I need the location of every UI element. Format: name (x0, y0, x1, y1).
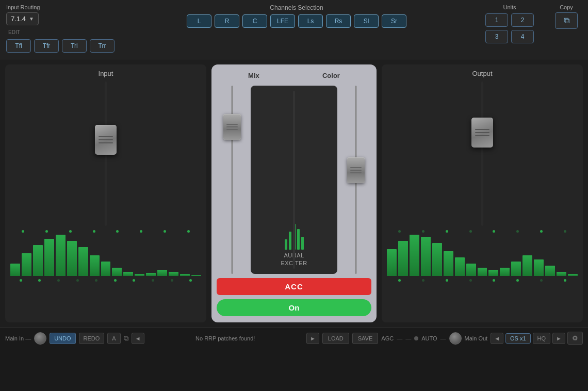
channel-btn-rs[interactable]: Rs (326, 14, 351, 28)
vu-bar (123, 272, 133, 276)
save-button[interactable]: SAVE (352, 333, 379, 344)
dropdown-arrow-icon: ▼ (29, 16, 34, 22)
unit-btn-4[interactable]: 4 (511, 30, 534, 43)
top-bar: Input Routing 7.1.4 ▼ EDIT Tfl Tfr Trl T… (0, 0, 588, 59)
channel-btn-l[interactable]: L (187, 14, 211, 28)
main-out-knob[interactable] (449, 332, 462, 345)
bottom-bar: Main In — UNDO REDO A ⧉ ◄ No RRP patches… (0, 328, 588, 348)
gear-icon: ⚙ (572, 334, 578, 342)
vu-dot (95, 279, 97, 282)
output-fader-knob[interactable] (471, 118, 493, 148)
vu-dot (446, 279, 448, 282)
a-button[interactable]: A (107, 333, 120, 344)
mix-grip-1 (226, 124, 238, 125)
undo-button[interactable]: UNDO (50, 333, 75, 344)
channel-btn-r[interactable]: R (215, 14, 239, 28)
channel-btn-trl[interactable]: Trl (62, 39, 87, 53)
os-button[interactable]: OS x1 (505, 333, 531, 344)
main-area: Input (0, 59, 588, 328)
mix-title: Mix (248, 72, 259, 79)
vu-dot (38, 279, 41, 282)
routing-dropdown[interactable]: 7.1.4 ▼ (6, 12, 39, 25)
routing-value: 7.1.4 (11, 15, 26, 23)
input-panel: Input (5, 64, 206, 322)
os-next-button[interactable]: ► (552, 333, 565, 344)
fader-grip-2 (99, 139, 113, 140)
vu-dot (152, 279, 154, 282)
aural-bar (301, 237, 304, 250)
out-grip-3 (475, 135, 489, 136)
sliders-row: AURAL EXCITER (217, 86, 371, 274)
output-panel-title: Output (472, 70, 492, 77)
channel-btn-tfl[interactable]: Tfl (6, 39, 31, 53)
vu-bar (135, 274, 144, 276)
channel-btn-ls[interactable]: Ls (298, 14, 323, 28)
channels-section: Channels Selection L R C LFE Ls Rs Sl Sr (125, 4, 468, 28)
output-vu-bars (385, 235, 580, 276)
input-fader-knob[interactable] (95, 125, 117, 155)
output-vu-dots-top (385, 230, 580, 233)
vu-bar (169, 272, 178, 276)
channel-btn-tfr[interactable]: Tfr (34, 39, 59, 53)
prev-patch-button[interactable]: ◄ (132, 333, 144, 344)
vu-dot (398, 230, 401, 233)
input-routing-section: Input Routing 7.1.4 ▼ EDIT Tfl Tfr Trl T… (6, 4, 115, 53)
vu-dot (446, 230, 448, 233)
vu-dot (564, 279, 566, 282)
vu-bar (478, 268, 487, 276)
out-grip-2 (475, 132, 489, 133)
vu-dot (469, 230, 472, 233)
hq-button[interactable]: HQ (533, 333, 551, 344)
color-fader-knob[interactable] (347, 157, 365, 183)
channel-btn-sr[interactable]: Sr (382, 14, 406, 28)
vu-bar (90, 255, 100, 276)
vu-dot (45, 230, 48, 233)
color-slider-wrapper (343, 86, 369, 274)
unit-btn-3[interactable]: 3 (485, 30, 508, 43)
gear-button[interactable]: ⚙ (567, 332, 583, 345)
load-button[interactable]: LOAD (322, 333, 349, 344)
vu-dot (133, 279, 135, 282)
main-in-knob[interactable] (34, 332, 46, 345)
mix-color-header: Mix Color (217, 72, 371, 79)
mix-grip-2 (226, 126, 238, 127)
vu-bar (511, 262, 521, 276)
mix-fader-col (217, 86, 248, 274)
on-button[interactable]: On (217, 299, 371, 316)
units-bottom-row: 3 4 (485, 30, 534, 43)
color-title: Color (322, 72, 340, 79)
agc-dash2: — (405, 335, 411, 341)
vu-bar (466, 264, 476, 276)
vu-dot (93, 230, 95, 233)
input-routing-label: Input Routing (6, 4, 40, 10)
vu-bar (101, 262, 111, 276)
vu-bar (421, 237, 431, 276)
vu-dot (540, 230, 543, 233)
vu-dot (516, 230, 519, 233)
vu-dot (20, 279, 22, 282)
copy-button[interactable]: ⧉ (555, 12, 578, 29)
input-vu-bars (8, 235, 203, 276)
fader-grip-1 (99, 136, 113, 137)
output-fader-area (385, 82, 580, 226)
center-display: AURAL EXCITER (251, 86, 337, 274)
redo-button[interactable]: REDO (79, 333, 105, 344)
vu-bar (557, 272, 566, 276)
unit-btn-2[interactable]: 2 (511, 13, 534, 27)
channel-btn-sl[interactable]: Sl (354, 14, 379, 28)
channel-btn-c[interactable]: C (242, 14, 267, 28)
mix-slider-wrapper (219, 86, 245, 274)
next-patch-button[interactable]: ► (306, 333, 319, 344)
acc-button[interactable]: ACC (217, 278, 371, 295)
os-prev-button[interactable]: ◄ (491, 333, 503, 344)
output-panel: Output (382, 64, 583, 322)
edit-label: EDIT (6, 29, 20, 35)
vu-dot (540, 279, 543, 282)
unit-btn-1[interactable]: 1 (485, 13, 508, 27)
channel-btn-trr[interactable]: Trr (90, 39, 115, 53)
channel-btn-lfe[interactable]: LFE (270, 14, 295, 28)
mix-fader-knob[interactable] (223, 114, 241, 140)
input-panel-title: Input (99, 70, 113, 77)
vu-bar (522, 255, 532, 276)
input-fader-area (8, 82, 203, 226)
